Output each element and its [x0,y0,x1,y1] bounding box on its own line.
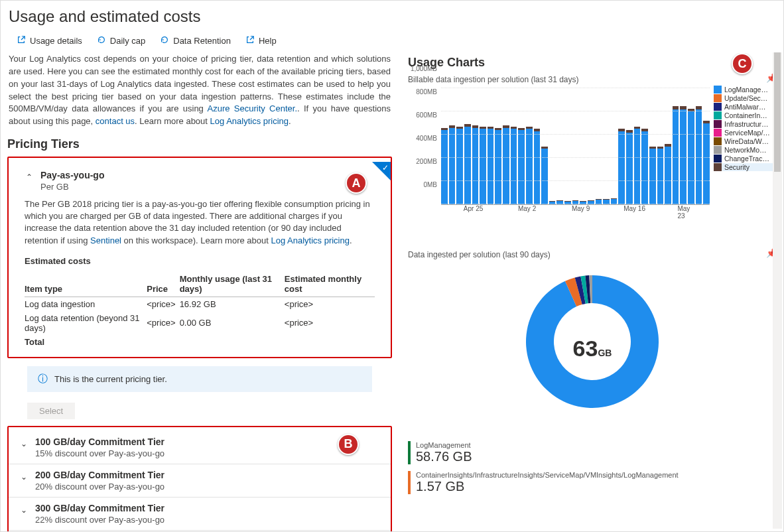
external-link-icon [245,35,255,46]
annotation-marker-c: C [732,53,753,74]
bar[interactable] [495,128,501,205]
cost-row: Log data ingestion<price>16.92 GB<price> [25,297,375,311]
bar[interactable] [488,127,494,204]
refresh-icon [160,35,169,46]
legend-swatch [714,163,722,171]
annotation-marker-b: B [338,434,359,455]
chevron-up-icon[interactable]: ⌃ [25,172,34,182]
legend-item[interactable]: NetworkMo… [714,146,777,154]
bar[interactable] [534,129,541,204]
bar[interactable] [657,147,664,204]
bar[interactable] [518,128,525,205]
legend-swatch [714,146,722,154]
scrollbar[interactable] [773,52,782,529]
pricing-link[interactable]: Log Analytics pricing [210,116,289,126]
contact-link[interactable]: contact us [96,116,135,126]
bar[interactable] [441,128,448,205]
tier-200-gb-day-commitment-tier[interactable]: ⌄200 GB/day Commitment Tier20% discount … [9,464,391,497]
bar[interactable] [626,130,633,204]
donut-chart[interactable]: 63GB [408,262,777,434]
asc-link[interactable]: Azure Security Center. [207,103,297,113]
tier-subtitle: 15% discount over Pay-as-you-go [35,448,164,458]
bar[interactable] [673,106,679,204]
page-title: Usage and estimated costs [1,1,783,26]
pricing-tiers-heading: Pricing Tiers [7,137,392,151]
toolbar-data-retention[interactable]: Data Retention [160,35,231,46]
tier-pay-as-you-go[interactable]: ⌃ Pay-as-you-go Per GB The Per GB 2018 p… [9,162,391,357]
legend-item[interactable]: Security [714,163,777,171]
bar[interactable] [680,106,686,204]
tier-400-gb-day-commitment-tier[interactable]: ⌄400 GB/day Commitment Tier23% discount … [9,530,391,531]
toolbar-help[interactable]: Help [245,35,277,46]
bar[interactable] [464,124,471,204]
column-header: Estimated monthly cost [285,271,375,297]
usage-charts-heading: Usage Charts [408,56,777,70]
bar[interactable] [703,121,710,204]
annotation-box-a: A ⌃ Pay-as-you-go Per GB The Per GB 2018… [7,157,392,358]
bar[interactable] [618,129,625,204]
tier-100-gb-day-commitment-tier[interactable]: ⌄100 GB/day Commitment Tier15% discount … [9,431,391,464]
legend-swatch [714,129,722,137]
chevron-down-icon: ⌄ [19,505,29,515]
tier-title: 300 GB/day Commitment Tier [35,503,164,513]
legend-item[interactable]: ServiceMap/… [714,129,777,137]
sentinel-link[interactable]: Sentinel [90,235,121,245]
bar[interactable] [649,147,656,204]
toolbar: Usage detailsDaily capData RetentionHelp [1,26,783,53]
info-icon: ⓘ [38,373,48,385]
bar[interactable] [641,129,648,204]
current-tier-banner: ⓘ This is the current pricing tier. [27,366,372,392]
legend-item[interactable]: WireData/W… [714,137,777,145]
bar[interactable] [665,144,671,204]
description-text: Your Log Analytics cost depends on your … [7,53,392,128]
legend-swatch [714,103,722,111]
toolbar-daily-cap[interactable]: Daily cap [97,35,145,46]
legend-item[interactable]: ContainerIn… [714,111,777,119]
toolbar-usage-details[interactable]: Usage details [17,35,82,46]
bar[interactable] [503,125,509,204]
chart2-subtitle: Data ingested per solution (last 90 days… [408,250,551,259]
tier-subtitle: 20% discount over Pay-as-you-go [35,482,164,492]
bar[interactable] [456,127,463,204]
bar[interactable] [449,125,456,204]
bar[interactable] [696,106,702,204]
bar[interactable] [480,127,486,204]
tier-title: 100 GB/day Commitment Tier [35,436,164,447]
legend-item[interactable]: Update/Sec… [714,94,777,102]
legend-item[interactable]: AntiMalwar… [714,103,777,111]
banner-text: This is the current pricing tier. [54,374,167,384]
tier-description: The Per GB 2018 pricing tier is a pay-as… [25,198,375,247]
donut-center-label: 63GB [573,336,612,362]
legend-swatch [714,86,722,94]
column-header: Item type [25,271,147,297]
pricing-link-2[interactable]: Log Analytics pricing [271,235,350,245]
bar[interactable] [541,147,548,204]
chart-legend: LogManage…Update/Sec…AntiMalwar…Containe… [714,86,777,218]
tier-title: 200 GB/day Commitment Tier [35,470,164,480]
cost-total-row: Total [25,335,375,349]
legend-swatch [714,111,722,119]
stat-logmanagement: LogManagement 58.76 GB [408,441,777,464]
bar[interactable] [526,127,533,204]
bar[interactable] [472,125,479,204]
cost-table: Item typePriceMonthly usage (last 31 day… [25,271,375,349]
cost-row: Log data retention (beyond 31 days)<pric… [25,311,375,335]
legend-item[interactable]: ChangeTrac… [714,155,777,163]
tier-subtitle: 22% discount over Pay-as-you-go [35,515,164,525]
tier-300-gb-day-commitment-tier[interactable]: ⌄300 GB/day Commitment Tier22% discount … [9,497,391,530]
bar[interactable] [688,109,694,204]
estimated-costs-heading: Estimated costs [25,256,375,266]
legend-swatch [714,94,722,102]
legend-item[interactable]: LogManage… [714,86,777,94]
select-button[interactable]: Select [27,403,75,419]
stat-container-insights: ContainerInsights/InfrastructureInsights… [408,471,777,494]
bar[interactable] [634,127,641,204]
column-header: Price [147,271,179,297]
legend-swatch [714,120,722,128]
refresh-icon [97,35,106,46]
bar-chart[interactable]: 0MB200MB400MB600MB800MB1,000MB Apr 25May… [408,86,710,218]
legend-item[interactable]: Infrastructur… [714,120,777,128]
tier-title: Pay-as-you-go [40,170,104,180]
bar[interactable] [511,127,517,204]
chart1-subtitle: Billable data ingestion per solution (la… [408,75,578,84]
